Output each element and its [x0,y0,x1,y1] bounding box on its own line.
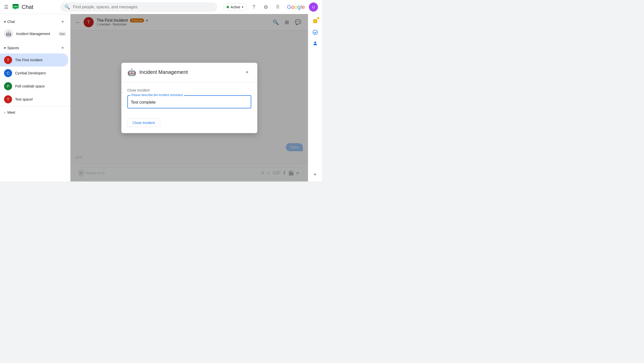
apps-button[interactable]: ⠿ [273,2,283,12]
space-name-cymbal: Cymbal Developers [15,71,46,75]
dialog-title: Incident Management [139,69,240,75]
user-avatar[interactable]: U [309,3,318,12]
status-dot [227,6,229,8]
search-icon: 🔍 [64,4,70,10]
chevron-right-icon: › [4,110,5,115]
dialog-section-label: Close Incident [127,88,251,92]
svg-text:≡: ≡ [314,20,316,23]
text-field-wrapper: Please describe the incident resolution [127,95,251,108]
space-item-poll[interactable]: P Poll codelab space [0,80,68,93]
right-sidebar: ≡ + [308,14,322,182]
check-tasks-button[interactable] [310,27,320,37]
top-bar-right: Active ▾ ? ⚙ ⠿ Google U [223,2,318,12]
meet-section[interactable]: › Meet [0,106,70,119]
svg-point-1 [14,6,15,7]
status-label: Active [231,5,240,9]
space-item-cymbal[interactable]: C Cymbal Developers [0,67,68,80]
app-badge: App [58,32,66,36]
chat-app-icon [12,3,20,11]
dialog-actions: Close Incident [121,114,257,133]
space-item-test[interactable]: T Test space! [0,93,68,106]
hamburger-icon[interactable]: ☰ [4,4,9,10]
settings-button[interactable]: ⚙ [261,2,271,12]
space-avatar-c: C [4,69,12,77]
status-badge[interactable]: Active ▾ [223,3,247,11]
search-bar: 🔍 [60,2,217,12]
top-bar-left: ☰ Chat [4,3,54,11]
app-logo: Chat [12,3,33,11]
dialog-header: 🤖 Incident Management × [121,63,257,82]
text-field-label: Please describe the incident resolution [130,93,184,97]
chevron-down-icon: ▾ [242,5,243,9]
svg-point-2 [15,6,16,7]
spaces-section-title: ▾ Spaces [4,46,19,50]
dialog: 🤖 Incident Management × Close Incident P… [121,63,257,133]
svg-point-7 [314,42,316,43]
space-avatar-p: P [4,82,12,90]
resolution-input[interactable] [131,98,248,106]
tasks-icon-button[interactable]: ≡ [310,16,320,26]
dialog-body: Close Incident Please describe the incid… [121,82,257,114]
close-incident-button[interactable]: Close Incident [127,118,160,127]
sidebar: ▾ Chat + 🤖 Incident Management App ▾ Spa… [0,14,70,182]
dialog-close-button[interactable]: × [243,68,251,76]
space-name-first-incident: The First Incident [15,58,42,62]
meet-title: Meet [7,110,15,114]
main-layout: ▾ Chat + 🤖 Incident Management App ▾ Spa… [0,14,322,182]
dialog-icon: 🤖 [127,68,136,77]
app-title: Chat [22,4,33,10]
spaces-section: ▾ Spaces + T The First Incident C Cymbal… [0,42,70,106]
notification-dot [317,17,319,19]
content-area: ← T The First Incident External ▾ 1 memb… [70,14,308,182]
add-chat-button[interactable]: + [59,18,66,25]
search-bar-inner[interactable]: 🔍 [60,2,217,12]
chat-section-title: ▾ Chat [4,20,15,24]
space-item-first-incident[interactable]: T The First Incident [0,53,68,67]
modal-overlay: 🤖 Incident Management × Close Incident P… [70,14,308,182]
svg-point-6 [313,30,317,35]
google-logo: Google [287,4,305,10]
help-button[interactable]: ? [249,2,259,12]
contacts-button[interactable] [310,38,320,48]
search-input[interactable] [73,5,213,9]
incident-management-item[interactable]: 🤖 Incident Management App [0,27,70,40]
space-name-poll: Poll codelab space [15,84,45,88]
spaces-section-header[interactable]: ▾ Spaces + [0,42,70,53]
incident-management-avatar: 🤖 [4,29,13,38]
space-avatar-t: T [4,56,12,64]
space-name-test: Test space! [15,97,33,101]
add-space-button[interactable]: + [59,44,66,51]
top-bar: ☰ Chat 🔍 Active ▾ ? ⚙ ⠿ [0,0,322,14]
chat-section-header[interactable]: ▾ Chat + [0,16,70,27]
svg-point-3 [17,6,18,7]
add-apps-button[interactable]: + [310,169,320,179]
space-avatar-t2: T [4,95,12,103]
chevron-down-icon: ▾ [4,46,6,50]
incident-management-name: Incident Management [16,32,55,36]
chevron-down-icon: ▾ [4,20,6,24]
